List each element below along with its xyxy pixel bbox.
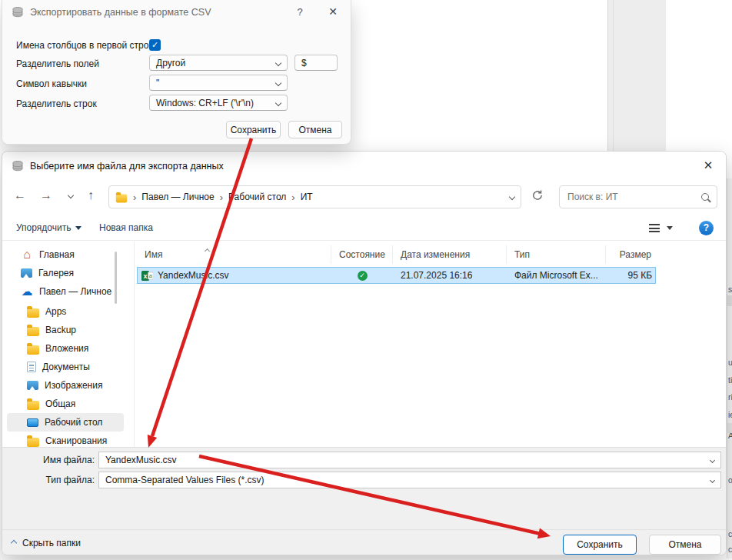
sidebar-item-desktop[interactable]: Рабочий стол [7,413,124,432]
sidebar-item-label: Изображения [45,380,102,391]
breadcrumb-segment[interactable]: ИТ [301,192,313,202]
refresh-button[interactable] [531,189,544,204]
caret-down-icon [667,226,673,230]
cancel-button[interactable]: Отмена [649,535,721,555]
pictures-icon [27,381,38,390]
hide-folders-button[interactable]: Скрыть папки [12,538,81,548]
dialog-title: Выберите имя файла для экспорта данных [30,161,224,172]
help-button[interactable]: ? [294,6,306,18]
sidebar-item-shared[interactable]: Общая [7,395,124,413]
breadcrumb-segment[interactable]: Рабочий стол [228,192,286,202]
forward-button[interactable]: → [36,185,56,205]
organize-label: Упорядочить [16,222,71,233]
background-scrollbar-strip [607,0,666,151]
filename-input[interactable] [105,455,710,465]
help-button[interactable]: ? [699,216,714,239]
address-bar[interactable]: › Павел — Личное › Рабочий стол › ИТ [108,185,521,208]
view-mode-caret[interactable] [667,216,673,239]
folder-icon [27,401,39,410]
filename-label: Имя файла: [2,455,95,465]
file-type-cell: Файл Microsoft Ex... [507,268,606,283]
back-button[interactable]: ← [10,185,30,205]
file-list-header: Имя Состояние Дата изменения Тип Размер [137,245,656,264]
sidebar-item-scans[interactable]: Сканирования [7,432,124,447]
database-icon [12,160,24,172]
chevron-down-icon [710,477,715,482]
filename-combobox[interactable] [98,452,721,468]
dialog-footer: Имя файла: Тип файла: Comma-Separated Va… [2,447,726,555]
sidebar-item-label: Рабочий стол [45,417,102,428]
folder-icon [116,194,127,202]
sidebar-item-label: Общая [45,398,75,409]
csv-export-dialog: Экспортировать данные в формате CSV ? ✕ … [2,0,351,145]
browser-body: ⌂Главная Галерея ☁Павел — Личное Apps Ba… [2,242,726,447]
sidebar-item-backup[interactable]: Backup [7,321,124,339]
refresh-icon [531,189,544,202]
sidebar-item-gallery[interactable]: Галерея [7,264,124,282]
sidebar-item-apps[interactable]: Apps [7,302,124,321]
up-button[interactable]: ↑ [81,185,101,205]
sidebar-item-home[interactable]: ⌂Главная [7,245,124,264]
new-folder-label: Новая папка [99,222,153,233]
chevron-down-icon [275,99,281,105]
chevron-down-icon[interactable] [509,194,515,200]
quote-char-label: Символ кавычки [16,78,87,89]
breadcrumb-segment[interactable]: Павел — Личное [141,192,214,202]
column-header-name[interactable]: Имя [137,245,331,264]
row-delimiter-select[interactable]: Windows: CR+LF ('\r'\n) [149,95,288,111]
row-delimiter-label: Разделитель строк [16,98,97,109]
column-header-type[interactable]: Тип [507,245,606,264]
search-box[interactable] [559,185,717,208]
header-names-checkbox[interactable]: ✓ [149,39,161,51]
chevron-up-icon [11,540,17,546]
filetype-select[interactable]: Comma-Separated Values Files (*.csv) [98,472,721,488]
database-icon [12,6,24,18]
sidebar-item-pictures[interactable]: Изображения [7,376,124,395]
search-icon [701,193,709,201]
save-button[interactable]: Сохранить [563,535,637,555]
recent-locations-button[interactable] [61,185,81,205]
file-name-cell: x a YandexMusic.csv [138,268,331,283]
file-list: Имя Состояние Дата изменения Тип Размер … [135,242,724,447]
view-mode-button[interactable] [649,216,660,239]
hide-folders-label: Скрыть папки [22,538,81,548]
sidebar-item-label: Галерея [38,268,74,278]
gallery-icon [21,268,32,278]
quote-char-select[interactable]: " [149,75,288,91]
background-text-fragment: s [728,285,732,294]
background-text-fragment: ti [728,375,732,385]
sidebar-divider [134,242,135,447]
export-cancel-button[interactable]: Отмена [288,121,342,138]
field-delimiter-value: Другой [156,58,185,68]
new-folder-button[interactable]: Новая папка [99,216,153,239]
sidebar-item-attachments[interactable]: Вложения [7,339,124,358]
sidebar-item-label: Документы [42,362,90,372]
sidebar-scrollbar[interactable] [115,252,117,304]
organize-button[interactable]: Упорядочить [16,216,82,239]
custom-delimiter-value: $ [301,58,307,68]
column-header-size[interactable]: Размер [606,245,656,264]
background-text-fragment: o [728,475,732,485]
column-header-status[interactable]: Состояние [331,245,393,264]
sidebar-item-label: Вложения [45,343,88,354]
field-delimiter-select[interactable]: Другой [149,55,288,71]
header-names-label: Имена столбцов в первой строке [16,40,158,51]
file-row-selected[interactable]: x a YandexMusic.csv ✓ 21.07.2025 16:16 Ф… [137,267,656,284]
close-icon[interactable]: ✕ [326,5,340,18]
excel-csv-file-icon: x a [141,270,153,282]
file-name: YandexMusic.csv [158,270,228,281]
document-icon [27,362,36,372]
background-text-fragment: ck [728,545,732,554]
sidebar-item-onedrive[interactable]: ☁Павел — Личное [7,282,124,301]
close-icon[interactable]: ✕ [700,158,717,172]
export-save-button[interactable]: Сохранить [226,121,281,138]
custom-delimiter-input[interactable]: $ [294,55,338,71]
sidebar-item-documents[interactable]: Документы [7,358,124,376]
dialog-title: Экспортировать данные в формате CSV [30,7,211,18]
sidebar: ⌂Главная Галерея ☁Павел — Личное Apps Ba… [2,242,135,447]
list-view-icon [649,224,660,232]
search-input[interactable] [567,192,697,202]
breadcrumb-separator: › [291,192,294,203]
sidebar-item-label: Павел — Личное [39,286,111,297]
column-header-modified[interactable]: Дата изменения [393,245,507,264]
